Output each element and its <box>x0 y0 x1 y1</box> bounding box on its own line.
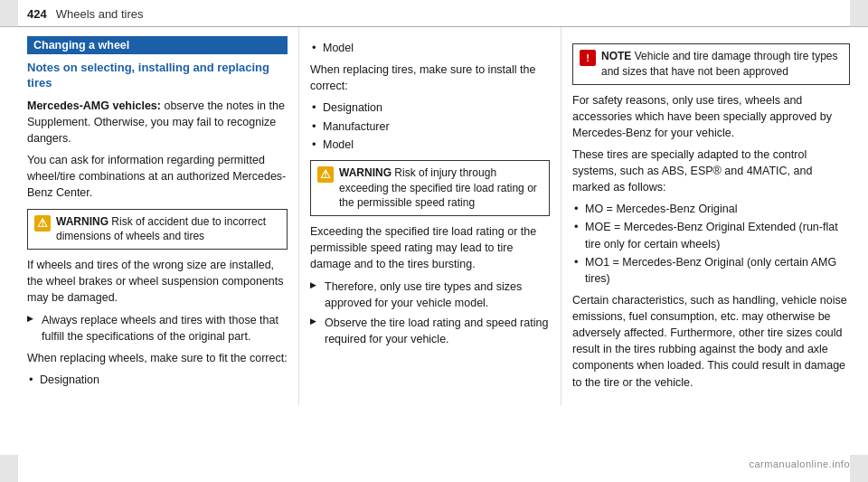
bullet-moe: MOE = Mercedes-Benz Original Extended (r… <box>572 219 850 251</box>
warning-symbol-2: ⚠ <box>320 168 331 180</box>
bullet-model-top: Model <box>310 40 550 56</box>
warning-box-1: ⚠ WARNING Risk of accident due to incorr… <box>27 209 288 250</box>
bullet-mo: MO = Mercedes-Benz Original <box>572 201 850 217</box>
warning-text-2: WARNING Risk of injury through exceeding… <box>339 165 542 211</box>
replacing-wheels-para: When replacing wheels, make sure to fit … <box>27 350 288 366</box>
arrow-list-mid: Therefore, only use tire types and sizes… <box>310 279 550 348</box>
exceeding-para: Exceeding the specified tire load rating… <box>310 223 550 272</box>
page-header: 424 Wheels and tires <box>0 0 868 27</box>
warning-icon-1: ⚠ <box>34 215 51 232</box>
warning-symbol-1: ⚠ <box>37 217 48 229</box>
note-body: Vehicle and tire damage through tire typ… <box>601 50 838 78</box>
bullet-list-right: MO = Mercedes-Benz Original MOE = Merced… <box>572 201 850 287</box>
page-number: 424 <box>27 7 47 21</box>
col-mid: Model When replacing tires, make sure to… <box>298 27 561 405</box>
note-symbol: ! <box>586 53 590 63</box>
amg-bold: Mercedes-AMG vehicles: <box>27 99 161 112</box>
note-text: NOTE Vehicle and tire damage through tir… <box>601 49 843 80</box>
replacing-tires-para: When replacing tires, make sure to insta… <box>310 61 550 94</box>
bullet-manufacturer-tire: Manufacturer <box>310 118 550 135</box>
section-heading-bar: Changing a wheel <box>27 36 288 54</box>
page-container: 424 Wheels and tires Changing a wheel No… <box>0 0 868 482</box>
arrow-list-left: Always replace wheels and tires with tho… <box>27 312 288 345</box>
corner-decoration-br <box>850 455 868 482</box>
warning-icon-2: ⚠ <box>317 166 334 183</box>
warning-box-2: ⚠ WARNING Risk of injury through exceedi… <box>310 160 550 216</box>
warning-label-1: WARNING <box>56 215 108 228</box>
note-box: ! NOTE Vehicle and tire damage through t… <box>572 43 850 85</box>
bullet-mo1: MO1 = Mercedes-Benz Original (only certa… <box>572 254 850 287</box>
warning-label-2: WARNING <box>339 166 392 179</box>
bullet-designation: Designation <box>27 372 288 388</box>
bullet-list-top: Model <box>310 40 550 56</box>
safety-reasons-para: For safety reasons, only use tires, whee… <box>572 92 850 141</box>
arrow-item-1: Always replace wheels and tires with tho… <box>27 312 288 345</box>
section-subheading: Notes on selecting, installing and repla… <box>27 61 288 91</box>
col-right: ! NOTE Vehicle and tire damage through t… <box>561 27 859 405</box>
arrow-item-mid-1: Therefore, only use tire types and sizes… <box>310 279 550 311</box>
bullet-list-tires: Designation Manufacturer Model <box>310 99 550 152</box>
wrong-size-para: If wheels and tires of the wrong size ar… <box>27 257 288 306</box>
note-icon: ! <box>580 50 596 66</box>
watermark: carmanualonline.info <box>749 458 850 469</box>
corner-decoration-bl <box>0 455 18 482</box>
page-title: Wheels and tires <box>56 7 144 21</box>
specially-adapted-para: These tires are specially adapted to the… <box>572 146 850 195</box>
amg-vehicles-para: Mercedes-AMG vehicles: observe the notes… <box>27 98 288 146</box>
certain-characteristics-para: Certain characteristics, such as handlin… <box>572 292 850 391</box>
bullet-model-tire: Model <box>310 137 550 153</box>
bullet-designation-tire: Designation <box>310 99 550 116</box>
corner-decoration-tl <box>0 0 18 27</box>
note-label: NOTE <box>601 50 631 62</box>
col-left: Changing a wheel Notes on selecting, ins… <box>18 27 298 405</box>
arrow-item-mid-2: Observe the tire load rating and speed r… <box>310 315 550 347</box>
content-columns: Changing a wheel Notes on selecting, ins… <box>0 27 868 405</box>
bullet-list-wheels: Designation <box>27 372 288 388</box>
corner-decoration-tr <box>850 0 868 27</box>
info-para: You can ask for information regarding pe… <box>27 152 288 201</box>
warning-text-1: WARNING Risk of accident due to incorrec… <box>56 214 280 245</box>
